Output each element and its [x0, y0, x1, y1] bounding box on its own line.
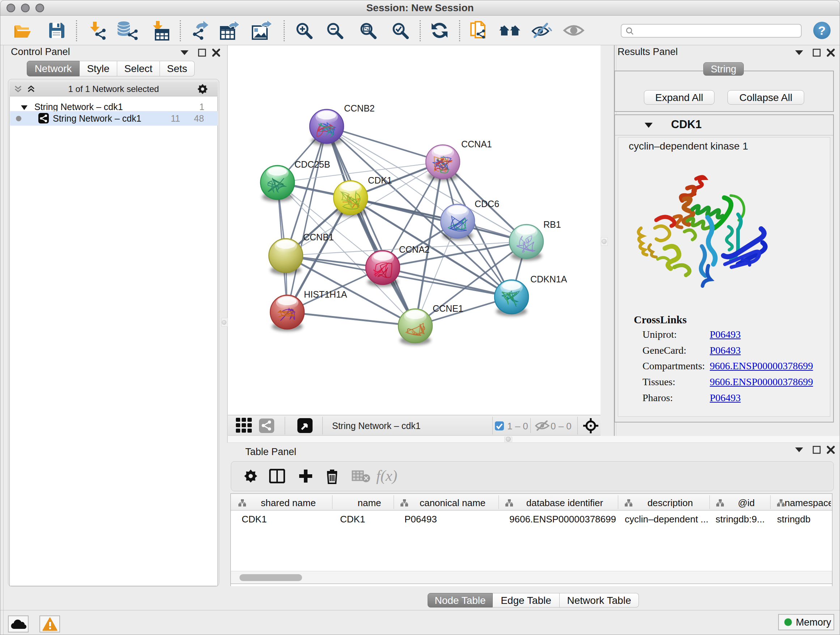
svg-text:CDC25B: CDC25B	[294, 159, 330, 169]
svg-text:RB1: RB1	[543, 219, 561, 230]
svg-text:CCNA2: CCNA2	[399, 244, 430, 255]
svg-text:CCNB2: CCNB2	[344, 103, 375, 113]
svg-text:CDKN1A: CDKN1A	[531, 274, 567, 284]
svg-text:CDK1: CDK1	[368, 175, 392, 185]
svg-text:CDC6: CDC6	[475, 199, 499, 209]
svg-text:CCNB1: CCNB1	[303, 232, 334, 242]
svg-text:CCNA1: CCNA1	[461, 139, 492, 149]
svg-text:HIST1H1A: HIST1H1A	[304, 289, 347, 299]
svg-text:CCNE1: CCNE1	[433, 303, 463, 314]
